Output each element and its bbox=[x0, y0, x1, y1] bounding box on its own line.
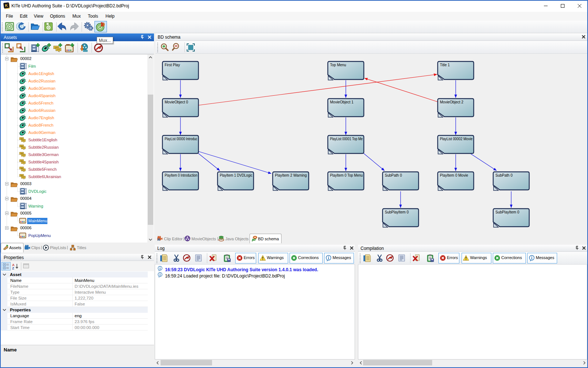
svg-text:PlayItem 2 Warning: PlayItem 2 Warning bbox=[275, 173, 307, 177]
svg-text:MovieObject 2: MovieObject 2 bbox=[440, 100, 463, 104]
svg-text:SubPlayItem 0: SubPlayItem 0 bbox=[495, 210, 519, 214]
svg-text:Top Menu: Top Menu bbox=[330, 63, 346, 67]
svg-text:PlayList 00000 Introduc: PlayList 00000 Introduc bbox=[165, 137, 197, 141]
svg-text:PlayItem 0 Introduction: PlayItem 0 Introduction bbox=[165, 173, 197, 177]
svg-text:SubPath 0: SubPath 0 bbox=[385, 173, 402, 177]
svg-text:PlayItem 0 Top Menu: PlayItem 0 Top Menu bbox=[330, 173, 363, 177]
svg-text:SubPlayItem 0: SubPlayItem 0 bbox=[385, 210, 409, 214]
svg-text:PlayList 00001 Top Me: PlayList 00001 Top Me bbox=[330, 137, 363, 141]
svg-text:K: K bbox=[5, 3, 8, 8]
svg-text:First Play: First Play bbox=[165, 63, 180, 67]
svg-text:Title 1: Title 1 bbox=[440, 63, 450, 67]
svg-text:MovieObject 1: MovieObject 1 bbox=[330, 100, 354, 104]
svg-text:SubPath 0: SubPath 0 bbox=[495, 173, 513, 177]
svg-text:PlayItem 0 Movie: PlayItem 0 Movie bbox=[440, 173, 468, 177]
svg-text:MovieObject 0: MovieObject 0 bbox=[165, 100, 188, 104]
svg-text:Z: Z bbox=[12, 266, 14, 270]
svg-text:PlayItem 1 DVDLogic: PlayItem 1 DVDLogic bbox=[220, 173, 252, 177]
svg-text:PlayList 00002 Movie: PlayList 00002 Movie bbox=[440, 137, 473, 141]
